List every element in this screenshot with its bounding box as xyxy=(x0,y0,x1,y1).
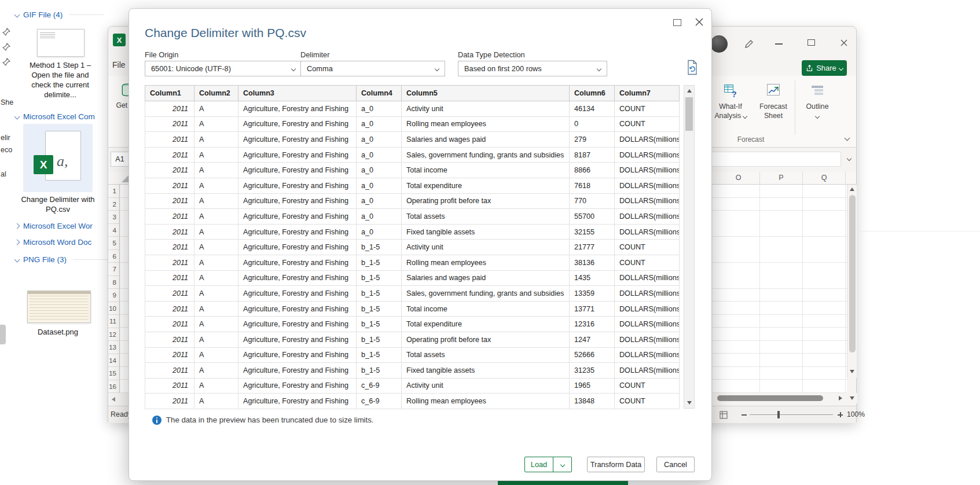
table-cell: 279 xyxy=(570,132,615,148)
scroll-up-arrow[interactable] xyxy=(687,89,692,93)
cancel-button[interactable]: Cancel xyxy=(656,457,695,472)
chevron-down-icon xyxy=(291,67,296,71)
file-thumbnail-png[interactable] xyxy=(27,291,91,323)
table-cell: Fixed tangible assets xyxy=(402,363,570,379)
column-header[interactable]: P xyxy=(760,172,803,185)
scroll-up-arrow[interactable] xyxy=(850,188,854,191)
minimize-button[interactable] xyxy=(775,43,783,45)
zoom-slider-thumb[interactable] xyxy=(777,411,780,418)
data-type-detection-dropdown[interactable]: Based on first 200 rows xyxy=(458,61,607,76)
row-header[interactable]: 6 xyxy=(108,250,119,263)
row-header[interactable]: 9 xyxy=(108,289,119,302)
row-header[interactable]: 16 xyxy=(108,380,119,394)
file-item-csv[interactable]: a, X xyxy=(23,124,93,192)
close-button[interactable] xyxy=(693,16,706,28)
chevron-right-icon xyxy=(14,240,20,245)
scroll-right-arrow[interactable] xyxy=(839,396,842,401)
row-header[interactable]: 12 xyxy=(108,328,119,341)
scroll-down-arrow[interactable] xyxy=(850,370,854,373)
zoom-slider-track[interactable] xyxy=(750,414,833,415)
row-header[interactable]: 1 xyxy=(108,185,119,198)
select-all-corner[interactable] xyxy=(121,175,129,185)
table-cell: 2011 xyxy=(145,317,194,332)
column-header[interactable]: Q xyxy=(803,172,846,185)
scrollbar-thumb[interactable] xyxy=(717,395,823,401)
table-cell: 46134 xyxy=(570,101,615,117)
row-header[interactable]: 11 xyxy=(108,315,119,328)
table-cell: Operating profit before tax xyxy=(402,193,570,209)
close-icon xyxy=(695,17,704,27)
table-cell: Salaries and wages paid xyxy=(402,270,570,286)
table-cell: Agriculture, Forestry and Fishing xyxy=(238,147,357,163)
transform-data-button[interactable]: Transform Data xyxy=(587,457,645,472)
scroll-down-arrow[interactable] xyxy=(850,396,854,400)
zoom-level[interactable]: 100% xyxy=(847,410,870,418)
file-thumbnail-gif[interactable] xyxy=(37,29,85,57)
dialog-title: Change Delimiter with PQ.csv xyxy=(145,26,306,40)
row-header[interactable]: 4 xyxy=(108,224,119,237)
table-cell: DOLLARS(millions) xyxy=(615,193,680,209)
file-name[interactable]: Dataset.png xyxy=(14,328,101,336)
pinned-item-fragment[interactable]: eco xyxy=(1,146,12,154)
maximize-button[interactable] xyxy=(808,39,815,46)
table-row: 2011AAgriculture, Forestry and Fishingb_… xyxy=(145,286,680,302)
pinned-item-fragment[interactable]: She xyxy=(1,98,13,106)
delimiter-dropdown[interactable]: Comma xyxy=(300,61,445,76)
row-header[interactable]: 14 xyxy=(108,354,119,368)
pin-icon[interactable] xyxy=(2,43,10,53)
table-cell: 0 xyxy=(570,116,615,132)
file-origin-label: File Origin xyxy=(145,50,178,59)
table-cell: Rolling mean employees xyxy=(402,394,570,409)
scrollbar-fragment[interactable] xyxy=(0,325,6,344)
row-header[interactable]: 7 xyxy=(108,263,119,276)
pin-icon[interactable] xyxy=(2,58,10,68)
share-button[interactable]: Share xyxy=(802,60,847,76)
zoom-out-button[interactable] xyxy=(742,414,747,416)
name-box[interactable]: A1 xyxy=(111,152,129,167)
load-button[interactable]: Load xyxy=(524,457,553,472)
row-header[interactable]: 10 xyxy=(108,302,119,315)
forecast-sheet-button[interactable]: Forecast Sheet xyxy=(753,83,794,120)
what-if-analysis-button[interactable]: ? What-If Analysis xyxy=(709,83,752,120)
draw-icon[interactable] xyxy=(744,39,754,52)
row-header[interactable]: 15 xyxy=(108,367,119,380)
preview-vertical-scrollbar[interactable] xyxy=(684,85,695,409)
svg-text:?: ? xyxy=(732,90,737,98)
outline-button[interactable]: Outline xyxy=(798,83,836,120)
table-cell: Activity unit xyxy=(402,378,570,394)
table-cell: Agriculture, Forestry and Fishing xyxy=(238,193,357,209)
preview-column-header: Column6 xyxy=(570,86,615,101)
grid-cells[interactable] xyxy=(713,185,847,393)
scrollbar-thumb[interactable] xyxy=(685,97,693,131)
pinned-item-fragment[interactable]: al xyxy=(1,170,6,178)
pinned-item-fragment[interactable]: elir xyxy=(1,134,10,142)
pin-icon[interactable] xyxy=(2,28,10,38)
grid-cells[interactable] xyxy=(120,185,129,393)
file-name[interactable]: Method 1 Step 1 – Open the file and chec… xyxy=(22,60,98,100)
scroll-down-arrow[interactable] xyxy=(687,401,692,405)
account-avatar[interactable] xyxy=(710,35,728,53)
row-header[interactable]: 3 xyxy=(108,211,119,224)
file-origin-dropdown[interactable]: 65001: Unicode (UTF-8) xyxy=(145,61,302,76)
file-menu-tab[interactable]: File xyxy=(112,60,126,69)
row-header[interactable]: 2 xyxy=(108,198,119,211)
refresh-preview-icon[interactable] xyxy=(687,60,698,78)
page-layout-view-icon[interactable] xyxy=(720,411,728,421)
sheet-nav-left-arrow[interactable] xyxy=(112,397,115,402)
table-cell: Total assets xyxy=(402,209,570,225)
load-split-arrow[interactable] xyxy=(553,457,572,472)
scrollbar-thumb[interactable] xyxy=(849,195,856,352)
row-header[interactable]: 5 xyxy=(108,237,119,250)
formula-bar-expand-icon[interactable] xyxy=(847,156,851,161)
maximize-button[interactable] xyxy=(673,19,681,26)
divider xyxy=(69,14,104,15)
row-header[interactable]: 13 xyxy=(108,341,119,354)
file-name[interactable]: Change Delimiter with PQ.csv xyxy=(14,194,101,214)
table-row: 2011AAgriculture, Forestry and Fishinga_… xyxy=(145,224,680,240)
vertical-scrollbar[interactable] xyxy=(847,185,857,378)
column-header[interactable]: O xyxy=(717,172,760,185)
row-header[interactable]: 8 xyxy=(108,276,119,289)
horizontal-scrollbar[interactable] xyxy=(713,393,857,403)
close-icon[interactable] xyxy=(840,39,848,49)
formula-bar[interactable] xyxy=(710,152,841,167)
